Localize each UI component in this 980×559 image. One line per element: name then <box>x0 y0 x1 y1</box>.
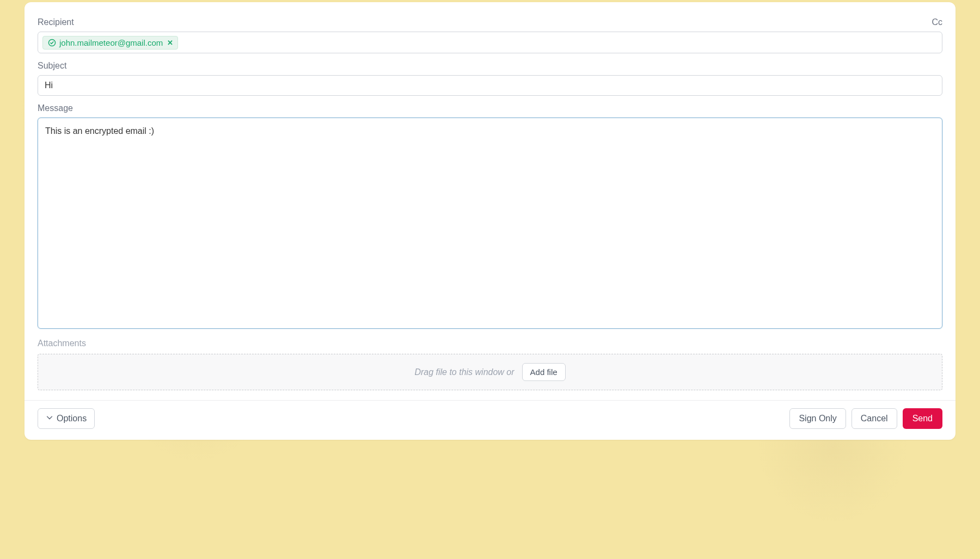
sign-only-button[interactable]: Sign Only <box>789 408 846 429</box>
message-textarea-wrap <box>38 118 942 329</box>
subject-label-row: Subject <box>38 61 942 71</box>
recipient-label-row: Recipient Cc <box>38 17 942 27</box>
subject-label: Subject <box>38 61 66 71</box>
options-button[interactable]: Options <box>38 408 95 429</box>
message-field: Message <box>38 103 942 329</box>
attachments-dropzone[interactable]: Drag file to this window or Add file <box>38 354 942 390</box>
cc-toggle[interactable]: Cc <box>932 17 942 27</box>
cancel-button[interactable]: Cancel <box>852 408 897 429</box>
recipient-label: Recipient <box>38 17 74 27</box>
recipient-chip-email: john.mailmeteor@gmail.com <box>59 38 163 47</box>
recipient-chip[interactable]: john.mailmeteor@gmail.com ✕ <box>42 36 178 50</box>
message-label-row: Message <box>38 103 942 113</box>
message-label: Message <box>38 103 73 113</box>
compose-footer: Options Sign Only Cancel Send <box>24 401 955 440</box>
compose-card: Recipient Cc john.mailmeteor@gmail.com ✕ <box>24 2 955 440</box>
recipient-input-box[interactable]: john.mailmeteor@gmail.com ✕ <box>38 32 942 53</box>
compose-body: Recipient Cc john.mailmeteor@gmail.com ✕ <box>24 2 955 400</box>
options-label: Options <box>57 414 87 423</box>
remove-recipient-icon[interactable]: ✕ <box>167 39 173 47</box>
chevron-down-icon <box>46 414 53 423</box>
subject-field: Subject <box>38 61 942 96</box>
add-file-button[interactable]: Add file <box>522 363 566 381</box>
send-button[interactable]: Send <box>903 408 942 429</box>
message-textarea[interactable] <box>39 119 941 325</box>
attachments-label: Attachments <box>38 339 942 348</box>
recipient-field: Recipient Cc john.mailmeteor@gmail.com ✕ <box>38 17 942 53</box>
subject-input[interactable] <box>38 75 942 96</box>
dropzone-hint: Drag file to this window or <box>414 367 514 377</box>
footer-actions: Sign Only Cancel Send <box>789 408 942 429</box>
check-circle-icon <box>47 38 56 47</box>
